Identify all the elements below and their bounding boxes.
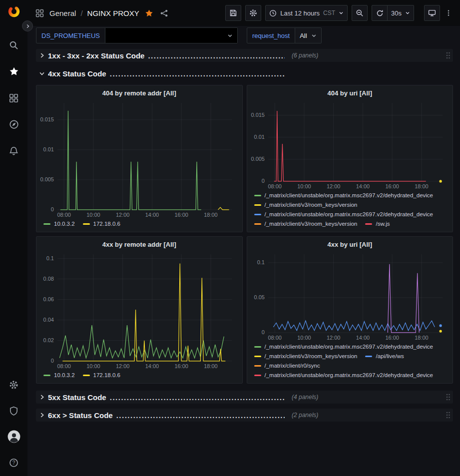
grafana-logo[interactable] (7, 5, 20, 18)
refresh-interval-select[interactable]: 30s (388, 5, 414, 21)
dashboard-title[interactable]: NGINX PROXY (87, 9, 139, 17)
help-button[interactable]: ? (7, 456, 20, 469)
legend-item[interactable]: /_matrix/client/unstable/org.matrix.msc2… (254, 191, 434, 199)
more-options-button[interactable] (444, 8, 453, 18)
search-button[interactable] (7, 38, 20, 51)
svg-text:14:00: 14:00 (356, 183, 369, 189)
row-drag-handle[interactable] (446, 393, 451, 401)
row-5xx[interactable]: 5xx Status Code ........................… (36, 391, 453, 404)
svg-text:12:00: 12:00 (116, 363, 129, 369)
legend-item[interactable]: /_matrix/client/v3/room_keys/version (254, 201, 358, 209)
dashboards-grid-icon (9, 93, 18, 103)
main-area: General / NGINX PROXY (27, 0, 460, 476)
share-button[interactable] (159, 8, 169, 18)
request-host-variable: request_host All (247, 27, 322, 43)
top-navbar: General / NGINX PROXY (27, 0, 460, 26)
legend-item[interactable]: /_matrix/client/unstable/org.matrix.msc2… (254, 371, 434, 379)
svg-text:0.02: 0.02 (43, 337, 54, 343)
legend-swatch (254, 346, 261, 348)
row-1xx-3xx-2xx[interactable]: 1xx - 3xx - 2xx Status Code ............… (36, 49, 453, 62)
grafana-logo-icon (7, 4, 20, 19)
starred-dashboards-button[interactable] (7, 65, 20, 78)
sidebar-expand-button[interactable] (22, 20, 33, 31)
legend-swatch (254, 356, 261, 357)
panel-title[interactable]: 4xx by remote addr [All] (36, 238, 242, 249)
legend-label: 10.0.3.2 (54, 220, 75, 228)
dashboard-settings-button[interactable] (245, 5, 261, 21)
explore-button[interactable] (7, 118, 20, 131)
datasource-variable-value[interactable] (105, 27, 238, 43)
row-panel-count: (6 panels) (292, 52, 318, 59)
time-range-picker[interactable]: Last 12 hours CST (265, 5, 348, 21)
datasource-variable-label[interactable]: DS_PROMETHEUS (36, 27, 105, 43)
alerting-button[interactable] (7, 144, 20, 157)
legend-item[interactable]: /api/live/ws (365, 352, 404, 360)
time-series-plot[interactable]: 00.050.108:0010:0012:0014:0016:0018:00 (248, 250, 449, 342)
svg-text:12:00: 12:00 (116, 212, 129, 218)
row-title-group: 6xx > Status Code ......................… (48, 411, 285, 420)
svg-text:14:00: 14:00 (356, 335, 369, 341)
save-dashboard-button[interactable] (225, 5, 241, 21)
legend-label: /_matrix/client/v3/room_keys/version (265, 201, 358, 209)
row-drag-handle[interactable] (446, 51, 451, 59)
breadcrumb-section[interactable]: General (49, 9, 76, 17)
gear-icon (249, 9, 257, 17)
legend-item[interactable]: 10.0.3.2 (43, 220, 75, 228)
chevron-down-icon (38, 70, 45, 77)
favorite-star-button[interactable] (144, 8, 154, 18)
legend-item[interactable]: 10.0.3.2 (43, 371, 75, 379)
row-4xx[interactable]: 4xx Status Code ........................… (36, 67, 453, 80)
zoom-out-time-button[interactable] (352, 5, 368, 21)
legend-item[interactable]: 172.18.0.6 (83, 220, 120, 228)
legend-item[interactable]: /_matrix/client/unstable/org.matrix.msc2… (254, 210, 434, 218)
chart-legend: /_matrix/client/unstable/org.matrix.msc2… (247, 190, 453, 231)
star-icon (9, 66, 19, 76)
legend-label: /_matrix/client/unstable/org.matrix.msc2… (265, 343, 434, 351)
svg-text:0.08: 0.08 (43, 276, 54, 282)
svg-text:0.01: 0.01 (43, 146, 54, 152)
refresh-button-group: 30s (372, 5, 414, 21)
svg-text:0.01: 0.01 (254, 134, 264, 140)
settings-button[interactable] (7, 378, 20, 391)
time-series-plot[interactable]: 00.020.040.060.080.108:0010:0012:0014:00… (37, 250, 238, 370)
row-leader-dots: ........................................… (110, 69, 285, 78)
panel-title[interactable]: 4xx by uri [All] (247, 238, 453, 249)
request-host-variable-value[interactable]: All (295, 27, 321, 43)
row-drag-handle[interactable] (446, 411, 451, 419)
legend-item[interactable]: /_matrix/client/unstable/org.matrix.msc2… (254, 343, 434, 351)
legend-item[interactable]: /_matrix/client/r0/sync (254, 362, 320, 370)
time-series-plot[interactable]: 00.0050.010.01508:0010:0012:0014:0016:00… (248, 99, 449, 190)
svg-text:0.015: 0.015 (40, 116, 54, 122)
dashboards-button[interactable] (7, 91, 20, 104)
svg-text:0.005: 0.005 (40, 176, 54, 182)
row-title: 1xx - 3xx - 2xx Status Code (48, 51, 144, 60)
save-icon (229, 9, 237, 17)
legend-swatch (83, 223, 90, 225)
legend-label: 172.18.0.6 (93, 371, 120, 379)
clock-icon (269, 9, 277, 17)
chart-legend: 10.0.3.2172.18.0.6 (36, 370, 242, 382)
sidebar-top-group (7, 5, 20, 157)
panel-4xx-by-remote-addr: 4xx by remote addr [All] 00.020.040.060.… (36, 236, 243, 384)
legend-swatch (365, 356, 372, 357)
panel-4xx-by-uri: 4xx by uri [All] 00.050.108:0010:0012:00… (247, 236, 454, 384)
legend-label: /_matrix/client/unstable/org.matrix.msc2… (265, 191, 434, 199)
request-host-variable-label[interactable]: request_host (247, 27, 295, 43)
legend-label: /_matrix/client/unstable/org.matrix.msc2… (265, 371, 434, 379)
refresh-button[interactable] (372, 5, 388, 21)
refresh-icon (376, 9, 384, 17)
legend-item[interactable]: /sw.js (365, 220, 390, 228)
cycle-view-mode-button[interactable] (424, 5, 440, 21)
legend-item[interactable]: /_matrix/client/v3/room_keys/version (254, 220, 358, 228)
svg-text:10:00: 10:00 (297, 335, 311, 341)
legend-item[interactable]: 172.18.0.6 (83, 371, 120, 379)
server-admin-button[interactable] (7, 404, 20, 417)
time-series-plot[interactable]: 00.0050.010.01508:0010:0012:0014:0016:00… (37, 99, 238, 219)
chart-area: 00.020.040.060.080.108:0010:0012:0014:00… (37, 250, 238, 370)
legend-item[interactable]: /_matrix/client/v3/room_keys/version (254, 352, 358, 360)
panel-title[interactable]: 404 by remote addr [All] (36, 87, 242, 98)
profile-button[interactable] (7, 430, 20, 443)
breadcrumb-separator: / (80, 9, 82, 17)
panel-title[interactable]: 404 by uri [All] (247, 87, 453, 98)
row-6xx[interactable]: 6xx > Status Code ......................… (36, 409, 453, 422)
